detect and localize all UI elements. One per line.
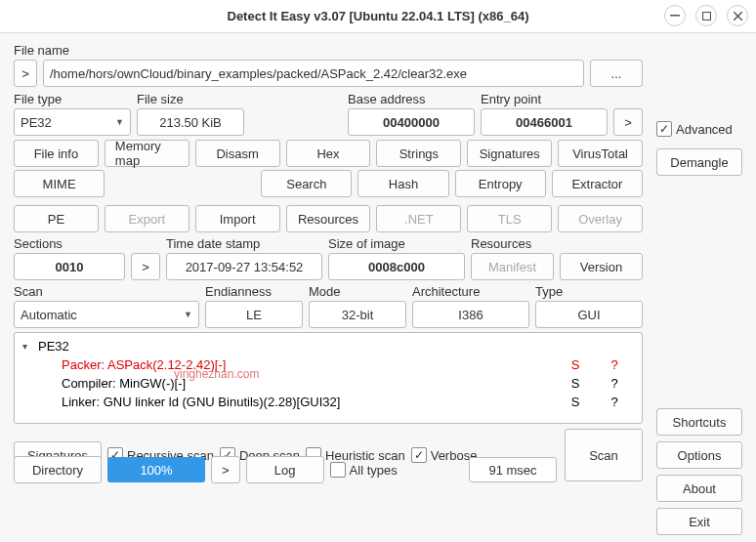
filename-input[interactable]: /home/hors/ownCloud/binary_examples/pack… xyxy=(43,60,584,87)
svg-rect-1 xyxy=(702,12,710,20)
pe-button[interactable]: PE xyxy=(14,205,99,232)
tree-row[interactable]: Packer: ASPack(2.12-2.42)[-]S? xyxy=(22,355,634,374)
scan-button[interactable]: Scan xyxy=(565,429,643,481)
tree-root[interactable]: PE32 xyxy=(38,339,634,354)
chevron-down-icon: ▼ xyxy=(184,310,192,319)
import-button[interactable]: Import xyxy=(195,205,280,232)
memmap-button[interactable]: Memory map xyxy=(105,140,189,167)
tls-button: TLS xyxy=(467,205,552,232)
hex-button[interactable]: Hex xyxy=(286,140,371,167)
sizeimg-label: Size of image xyxy=(328,236,465,251)
options-button[interactable]: Options xyxy=(656,441,742,469)
mime-button[interactable]: MIME xyxy=(14,170,105,197)
timestamp-label: Time date stamp xyxy=(166,236,322,251)
manifest-button: Manifest xyxy=(471,253,554,280)
sections-label: Sections xyxy=(14,236,160,251)
baseaddr-value[interactable]: 00400000 xyxy=(348,108,475,136)
filesize-value: 213.50 KiB xyxy=(137,108,244,136)
arch-value: I386 xyxy=(412,301,529,328)
net-button: .NET xyxy=(376,205,461,232)
filename-go-button[interactable]: > xyxy=(14,60,37,87)
tree-row[interactable]: Linker: GNU linker ld (GNU Binutils)(2.2… xyxy=(22,393,634,411)
svg-rect-0 xyxy=(670,15,680,17)
type-value: GUI xyxy=(535,301,643,328)
sizeimg-value[interactable]: 0008c000 xyxy=(328,253,465,280)
baseaddr-label: Base address xyxy=(348,92,475,106)
scan-time: 91 msec xyxy=(469,457,557,482)
timestamp-value[interactable]: 2017-09-27 13:54:52 xyxy=(166,253,322,280)
exit-button[interactable]: Exit xyxy=(656,508,742,535)
fileinfo-button[interactable]: File info xyxy=(14,140,99,167)
verbose-checkbox[interactable]: ✓Verbose xyxy=(411,447,478,463)
bits-value: 32-bit xyxy=(309,301,406,328)
extractor-button[interactable]: Extractor xyxy=(552,170,643,197)
search-button[interactable]: Search xyxy=(261,170,352,197)
hash-button[interactable]: Hash xyxy=(357,170,448,197)
resources-button[interactable]: Resources xyxy=(286,205,371,232)
demangle-button[interactable]: Demangle xyxy=(656,148,742,176)
filename-label: File name xyxy=(14,43,643,58)
disasm-button[interactable]: Disasm xyxy=(195,140,280,167)
arch-label: Architecture xyxy=(412,284,529,299)
entry-label: Entry point xyxy=(481,92,608,106)
window-title: Detect It Easy v3.07 [Ubuntu 22.04.1 LTS… xyxy=(228,9,529,23)
scan-label: Scan xyxy=(14,284,199,299)
scan-mode-select[interactable]: Automatic▼ xyxy=(14,301,199,328)
mode-label: Mode xyxy=(309,284,406,299)
entropy-button[interactable]: Entropy xyxy=(455,170,546,197)
chevron-down-icon: ▼ xyxy=(115,117,124,127)
resources-label: Resources xyxy=(471,236,643,251)
endian-label: Endianness xyxy=(205,284,303,299)
export-button: Export xyxy=(105,205,189,232)
shortcuts-button[interactable]: Shortcuts xyxy=(656,408,742,436)
sections-go-button[interactable]: > xyxy=(131,253,160,280)
strings-button[interactable]: Strings xyxy=(376,140,461,167)
overlay-button: Overlay xyxy=(558,205,643,232)
advanced-checkbox[interactable]: ✓Advanced xyxy=(656,115,742,143)
signatures-button[interactable]: Signatures xyxy=(467,140,552,167)
about-button[interactable]: About xyxy=(656,475,742,502)
tree-expand-icon[interactable]: ▾ xyxy=(22,341,38,352)
minimize-button[interactable] xyxy=(664,5,686,26)
entry-go-button[interactable]: > xyxy=(613,108,643,136)
filetype-label: File type xyxy=(14,92,131,106)
sections-value[interactable]: 0010 xyxy=(14,253,125,280)
tree-row[interactable]: Compiler: MinGW(-)[-]S? xyxy=(22,374,634,393)
close-button[interactable] xyxy=(727,5,748,26)
maximize-button[interactable] xyxy=(695,5,717,26)
virustotal-button[interactable]: VirusTotal xyxy=(558,140,643,167)
alltypes-checkbox[interactable]: All types xyxy=(330,462,398,478)
filetype-select[interactable]: PE32▼ xyxy=(14,108,131,136)
endian-value: LE xyxy=(205,301,303,328)
browse-button[interactable]: ... xyxy=(590,60,643,87)
directory-button[interactable]: Directory xyxy=(14,456,102,483)
result-tree[interactable]: ▾ PE32 Packer: ASPack(2.12-2.42)[-]S?Com… xyxy=(14,332,643,424)
entry-value[interactable]: 00466001 xyxy=(481,108,608,136)
progress-go-button[interactable]: > xyxy=(211,456,240,483)
progress-bar: 100% xyxy=(107,457,205,482)
filesize-label: File size xyxy=(137,92,244,106)
log-button[interactable]: Log xyxy=(246,456,324,483)
version-button[interactable]: Version xyxy=(560,253,643,280)
type-label: Type xyxy=(535,284,643,299)
